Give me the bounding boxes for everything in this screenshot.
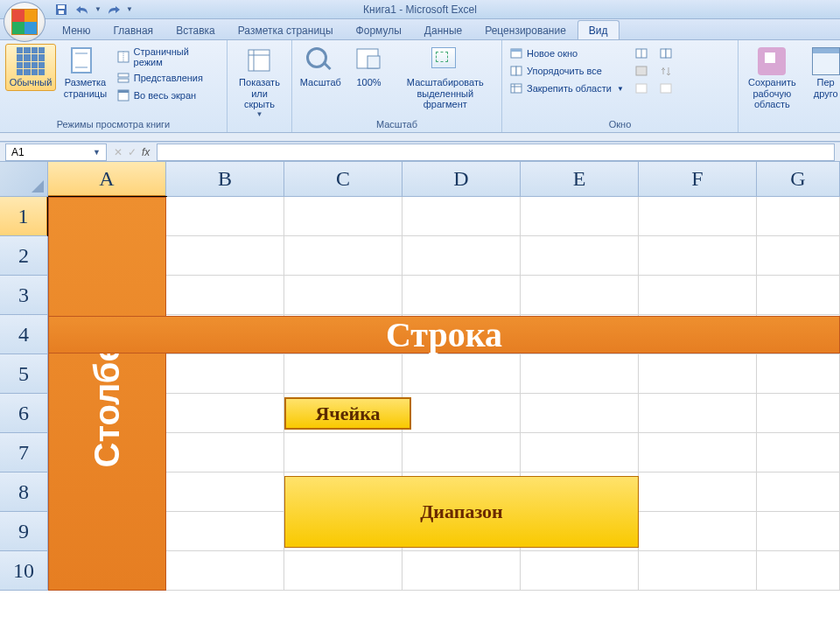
row-header-2[interactable]: 2 [0,236,48,276]
cell-E7[interactable] [521,433,639,472]
cancel-formula-icon[interactable]: ✕ [114,146,122,158]
row-header-3[interactable]: 3 [0,276,48,315]
cell-B9[interactable] [166,512,284,551]
cell-G3[interactable] [757,276,840,315]
row-header-4[interactable]: 4 [0,315,48,354]
cell-E2[interactable] [521,236,639,276]
cell-F2[interactable] [639,236,757,276]
cell-C2[interactable] [284,236,402,276]
formula-input[interactable] [157,144,835,161]
cell-B6[interactable] [166,394,284,433]
cell-B8[interactable] [166,472,284,512]
tab-view[interactable]: Вид [578,20,620,39]
cell-F10[interactable] [639,551,757,591]
cell-G2[interactable] [757,236,840,276]
row-header-9[interactable]: 9 [0,512,48,551]
cell-F3[interactable] [639,276,757,315]
cell-D6[interactable] [402,394,521,433]
cell-F7[interactable] [639,433,757,472]
zoom-button[interactable]: Масштаб [298,44,344,91]
row-header-6[interactable]: 6 [0,394,48,433]
column-header-E[interactable]: E [521,162,639,197]
cell-E1[interactable] [521,197,639,236]
cell-F5[interactable] [639,354,757,394]
cell-B10[interactable] [166,551,284,591]
page-layout-button[interactable]: Разметка страницы [60,44,111,102]
unhide-button[interactable] [633,80,650,96]
cell-B5[interactable] [166,354,284,394]
row-header-7[interactable]: 7 [0,433,48,472]
cell-C10[interactable] [284,551,402,591]
normal-view-button[interactable]: Обычный [5,44,56,91]
cell-E10[interactable] [521,551,639,591]
switch-windows-button[interactable]: Пер друго [804,44,840,102]
reset-position-button[interactable] [657,80,675,96]
cell-D2[interactable] [402,236,521,276]
tab-review[interactable]: Рецензирование [473,20,578,39]
cell-B2[interactable] [166,236,284,276]
cell-B1[interactable] [166,197,284,236]
pagebreak-preview-button[interactable]: Страничный режим [115,46,221,68]
fx-icon[interactable]: fx [142,146,150,158]
cell-G9[interactable] [757,512,840,551]
zoom-to-selection-button[interactable]: Масштабировать выделенный фрагмент [395,44,496,113]
select-all-corner[interactable] [0,162,48,197]
column-header-F[interactable]: F [639,162,757,197]
office-button[interactable] [4,2,46,42]
save-workspace-button[interactable]: Сохранить рабочую область [744,44,801,113]
row-header-8[interactable]: 8 [0,472,48,512]
cell-G7[interactable] [757,433,840,472]
cell-G10[interactable] [757,551,840,591]
cell-G5[interactable] [757,354,840,394]
arrange-all-button[interactable]: Упорядочить все [508,63,626,79]
chevron-down-icon[interactable]: ▼ [93,148,101,157]
column-header-G[interactable]: G [757,162,840,197]
cell-D1[interactable] [402,197,521,236]
accept-formula-icon[interactable]: ✓ [128,146,136,158]
column-header-C[interactable]: C [284,162,402,197]
split-button[interactable] [633,46,650,61]
cell-F1[interactable] [639,197,757,236]
column-header-B[interactable]: B [166,162,284,197]
cell-G6[interactable] [757,394,840,433]
tab-home[interactable]: Главная [102,20,164,39]
cell-D10[interactable] [402,551,521,591]
tab-formulas[interactable]: Формулы [345,20,413,39]
hide-button[interactable] [633,63,650,79]
cell-E6[interactable] [521,394,639,433]
fullscreen-button[interactable]: Во весь экран [115,88,221,103]
cell-G1[interactable] [757,197,840,236]
tab-pagelayout[interactable]: Разметка страницы [227,20,345,39]
cell-F6[interactable] [639,394,757,433]
cell-C1[interactable] [284,197,402,236]
cell-F9[interactable] [639,512,757,551]
cell-B7[interactable] [166,433,284,472]
tab-menu[interactable]: Меню [51,20,102,39]
cell-G8[interactable] [757,472,840,512]
column-header-D[interactable]: D [402,162,521,197]
custom-views-button[interactable]: Представления [115,70,221,86]
column-header-A[interactable]: A [48,162,166,197]
cell-F8[interactable] [639,472,757,512]
cell-B3[interactable] [166,276,284,315]
tab-insert[interactable]: Вставка [164,20,227,39]
cell-C7[interactable] [284,433,402,472]
cell-D5[interactable] [402,354,521,394]
cell-E5[interactable] [521,354,639,394]
row-header-5[interactable]: 5 [0,354,48,394]
tab-data[interactable]: Данные [413,20,473,39]
show-hide-button[interactable]: Показать или скрыть ▼ [233,44,286,121]
sync-scroll-button[interactable] [657,63,675,79]
worksheet-grid[interactable]: ABCDEFG12345678910СтолбецСтрокаЯчейкаДиа… [0,162,840,591]
zoom-100-button[interactable]: 100% [347,44,391,91]
cell-D3[interactable] [402,276,521,315]
name-box[interactable]: A1 ▼ [5,144,107,161]
freeze-panes-button[interactable]: Закрепить области ▼ [508,80,626,96]
cell-C5[interactable] [284,354,402,394]
row-header-10[interactable]: 10 [0,551,48,591]
cell-C3[interactable] [284,276,402,315]
new-window-button[interactable]: Новое окно [508,46,626,61]
row-header-1[interactable]: 1 [0,197,48,236]
cell-D7[interactable] [402,433,521,472]
view-side-by-side-button[interactable] [657,46,675,61]
